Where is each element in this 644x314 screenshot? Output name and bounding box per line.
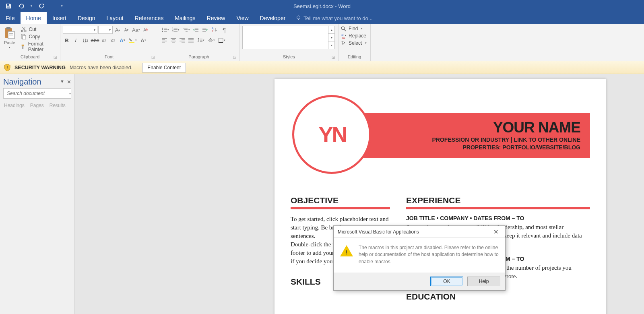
undo-icon: [18, 3, 25, 9]
nav-tab-pages[interactable]: Pages: [30, 103, 44, 108]
svg-rect-20: [164, 29, 167, 30]
sort-button[interactable]: AZ: [210, 26, 219, 34]
increase-indent-button[interactable]: [201, 26, 209, 34]
dialog-ok-button[interactable]: OK: [430, 277, 463, 286]
tab-mailings[interactable]: Mailings: [169, 12, 201, 24]
borders-button[interactable]: ▾: [217, 36, 227, 44]
svg-rect-51: [182, 42, 185, 43]
navigation-search-input[interactable]: [6, 90, 68, 97]
tab-references[interactable]: References: [129, 12, 169, 24]
font-size-dropdown[interactable]: ▾: [98, 26, 113, 34]
format-painter-label: Format Painter: [28, 41, 56, 52]
font-color-button[interactable]: A▾: [138, 36, 148, 44]
align-right-button[interactable]: [178, 36, 186, 44]
strikethrough-button[interactable]: abc: [91, 36, 99, 44]
svg-point-61: [341, 27, 345, 30]
grow-font-button[interactable]: A▴: [114, 26, 122, 34]
styles-scroll-down[interactable]: ▾: [328, 34, 334, 41]
nav-tab-results[interactable]: Results: [50, 103, 66, 108]
copy-button[interactable]: Copy: [19, 34, 58, 39]
tab-file[interactable]: File: [0, 12, 21, 24]
shrink-font-button[interactable]: A▾: [122, 26, 130, 34]
styles-gallery[interactable]: ▴ ▾ ▾: [242, 26, 335, 49]
resume-subtitle-1[interactable]: PROFESSION OR INDUSTRY | LINK TO OTHER O…: [373, 136, 580, 144]
dialog-title-bar[interactable]: Microsoft Visual Basic for Applications …: [334, 226, 505, 238]
clear-formatting-button[interactable]: A: [142, 26, 150, 34]
font-name-dropdown[interactable]: ▾: [63, 26, 97, 34]
italic-button[interactable]: I: [72, 36, 80, 44]
svg-rect-1: [7, 6, 10, 8]
dialog-close-button[interactable]: ✕: [491, 227, 501, 236]
superscript-button[interactable]: x2: [109, 36, 117, 44]
svg-rect-31: [186, 31, 188, 32]
enable-content-button[interactable]: Enable Content: [142, 63, 186, 72]
underline-button[interactable]: U▾: [80, 36, 90, 44]
align-center-button[interactable]: [169, 36, 178, 44]
shading-button[interactable]: ▾: [206, 36, 216, 44]
select-button[interactable]: Select▾: [341, 40, 367, 46]
tab-view[interactable]: View: [231, 12, 254, 24]
decrease-indent-button[interactable]: [192, 26, 200, 34]
resume-initials-circle: YN: [292, 95, 371, 174]
svg-rect-26: [174, 29, 178, 30]
education-heading[interactable]: EDUCATION: [406, 292, 590, 303]
nav-pane-menu[interactable]: ▼: [60, 79, 64, 85]
tab-developer[interactable]: Developer: [254, 12, 291, 24]
nav-pane-close[interactable]: ✕: [67, 79, 71, 85]
experience-heading[interactable]: EXPERIENCE: [406, 196, 590, 207]
job1-title[interactable]: JOB TITLE • COMPANY • DATES FROM – TO: [406, 215, 590, 221]
tab-review[interactable]: Review: [201, 12, 231, 24]
undo-split[interactable]: ▾: [30, 2, 33, 10]
highlight-button[interactable]: ▾: [128, 36, 138, 44]
show-marks-button[interactable]: ¶: [220, 26, 228, 34]
save-button[interactable]: [4, 2, 13, 10]
resume-subtitle-2[interactable]: PROPERTIES: PORTFOLIO/WEBSITE/BLOG: [373, 144, 580, 151]
justify-button[interactable]: [187, 36, 195, 44]
select-label: Select: [349, 40, 362, 46]
navigation-search[interactable]: ▾: [3, 88, 71, 99]
scissors-icon: [21, 27, 27, 32]
nav-tab-headings[interactable]: Headings: [4, 103, 25, 108]
svg-rect-36: [202, 29, 206, 30]
outdent-icon: [193, 27, 199, 32]
svg-rect-16: [129, 42, 134, 43]
tab-home[interactable]: Home: [21, 12, 47, 24]
line-spacing-button[interactable]: ▾: [196, 36, 206, 44]
replace-button[interactable]: abac Replace: [341, 33, 367, 39]
clipboard-launcher[interactable]: ◲: [53, 55, 58, 60]
multilevel-list-button[interactable]: ▾: [182, 26, 191, 34]
tab-insert[interactable]: Insert: [47, 12, 72, 24]
objective-heading[interactable]: OBJECTIVE: [291, 196, 390, 207]
styles-expand[interactable]: ▾: [328, 41, 334, 49]
resume-initials[interactable]: YN: [317, 122, 346, 147]
group-paragraph: ▾ 123▾ ▾ AZ ¶ ▾ ▾ ▾: [158, 24, 240, 61]
find-button[interactable]: Find▾: [341, 26, 367, 31]
svg-rect-8: [9, 35, 13, 35]
format-painter-button[interactable]: Format Painter: [19, 41, 58, 52]
paste-button[interactable]: Paste ▾: [2, 26, 17, 49]
styles-launcher[interactable]: ◲: [331, 55, 336, 60]
undo-button[interactable]: [17, 2, 26, 10]
bold-button[interactable]: B: [63, 36, 71, 44]
align-left-button[interactable]: [161, 36, 169, 44]
tab-design[interactable]: Design: [72, 12, 101, 24]
paragraph-group-label: Paragraph ◲: [161, 54, 237, 60]
redo-button[interactable]: [37, 2, 46, 10]
tab-layout[interactable]: Layout: [101, 12, 129, 24]
styles-scroll-up[interactable]: ▴: [328, 26, 334, 34]
customize-qat[interactable]: ▾: [58, 2, 66, 10]
bullets-button[interactable]: ▾: [161, 26, 170, 34]
numbering-button[interactable]: 123▾: [171, 26, 181, 34]
dialog-help-button[interactable]: Help: [467, 277, 500, 286]
subscript-button[interactable]: x2: [100, 36, 108, 44]
tell-me-search[interactable]: Tell me what you want to do...: [291, 12, 372, 24]
svg-rect-34: [195, 31, 198, 32]
resume-name[interactable]: YOUR NAME: [373, 119, 580, 136]
svg-rect-42: [162, 41, 167, 41]
cut-button[interactable]: Cut: [19, 27, 58, 32]
paragraph-launcher[interactable]: ◲: [232, 55, 237, 60]
font-launcher[interactable]: ◲: [151, 55, 155, 60]
svg-line-62: [344, 29, 346, 31]
change-case-button[interactable]: Aa▾: [131, 26, 141, 34]
text-effects-button[interactable]: A▾: [118, 36, 127, 44]
